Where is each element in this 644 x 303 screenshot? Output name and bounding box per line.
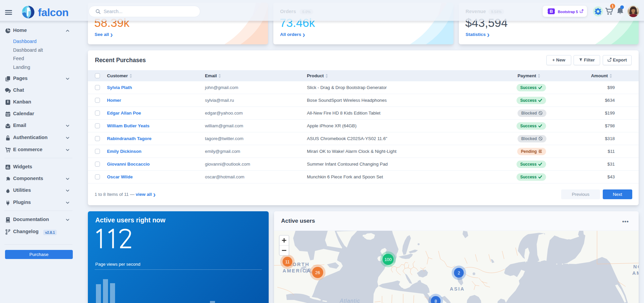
svg-text:2: 2 (458, 270, 460, 275)
svg-text:8: 8 (434, 299, 437, 303)
svg-text:Atlantic: Atlantic (339, 298, 360, 303)
svg-text:AME: AME (632, 270, 639, 276)
svg-text:B: B (550, 9, 553, 14)
svg-text:ASIA: ASIA (450, 286, 465, 292)
svg-text:26: 26 (315, 270, 320, 275)
svg-text:100: 100 (384, 257, 392, 262)
svg-text:11: 11 (285, 259, 290, 264)
svg-text:NO: NO (633, 264, 639, 269)
